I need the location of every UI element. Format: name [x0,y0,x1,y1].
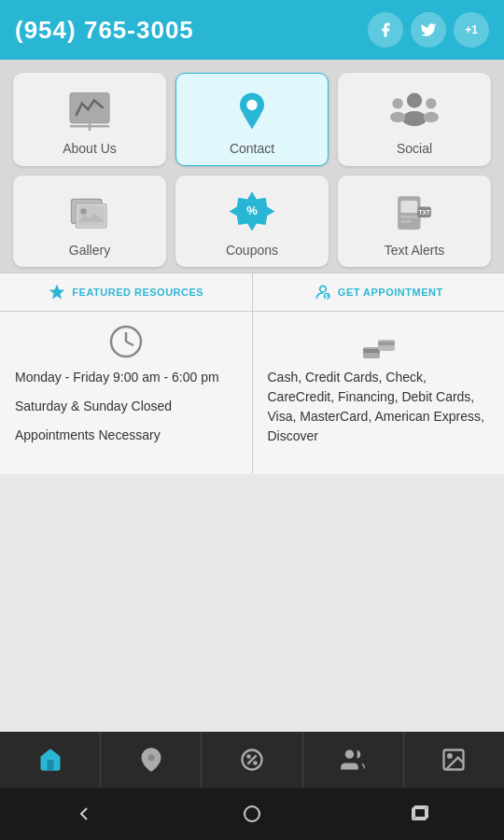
coupons-label: Coupons [226,243,278,258]
contact-card[interactable]: Contact [175,73,329,166]
svg-rect-21 [400,220,411,222]
text-alerts-icon: TXT [390,189,439,237]
svg-point-39 [254,762,256,763]
gallery-label: Gallery [69,243,110,258]
text-alerts-label: Text Alerts [385,243,445,258]
android-bar [0,788,504,840]
coupons-card[interactable]: % Coupons [175,175,329,267]
svg-line-30 [126,342,133,345]
coupons-nav-icon [239,747,265,773]
appointments-note: Appointments Necessary [15,426,237,445]
svg-point-6 [407,93,422,108]
svg-marker-5 [243,114,261,129]
hours-column: Monday - Friday 9:00 am - 6:00 pm Saturd… [0,312,252,474]
phone-number[interactable]: (954) 765-3005 [15,16,194,45]
weekday-hours: Monday - Friday 9:00 am - 6:00 pm [15,368,237,387]
svg-point-35 [147,754,154,761]
info-section: Monday - Friday 9:00 am - 6:00 pm Saturd… [0,312,504,474]
social-nav-icon [340,747,366,773]
payment-methods: Cash, Credit Cards, Check, CareCredit, F… [268,368,490,446]
get-appointment-tab[interactable]: $ GET APPOINTMENT [252,273,505,311]
coupon-icon: % [228,189,276,237]
svg-point-40 [345,750,354,759]
social-label: Social [397,141,432,156]
android-home-button[interactable] [233,795,271,833]
nav-location[interactable] [101,732,202,788]
svg-point-38 [247,755,249,757]
chart-icon [65,87,114,135]
svg-point-43 [245,806,259,821]
hours-text: Monday - Friday 9:00 am - 6:00 pm Saturd… [15,368,237,445]
svg-point-8 [392,98,402,108]
nav-home[interactable] [0,732,101,788]
featured-resources-tab[interactable]: FEATURED RESOURCES [0,273,252,311]
nav-social[interactable] [303,732,404,788]
svg-text:TXT: TXT [418,209,429,216]
icon-grid: About Us Contact Social [0,60,504,273]
clock-icon-container [15,323,237,360]
svg-point-9 [390,112,405,122]
svg-rect-20 [400,216,417,217]
clock-icon [107,323,145,360]
svg-marker-24 [49,285,65,300]
android-back-button[interactable] [65,795,103,833]
gplus-button[interactable]: +1 [454,12,489,48]
social-card[interactable]: Social [338,73,491,166]
about-us-card[interactable]: About Us [13,73,166,166]
contact-label: Contact [230,141,274,156]
svg-point-15 [80,208,87,215]
main-content: About Us Contact Social [0,60,504,732]
gallery-icon [65,189,114,237]
twitter-button[interactable] [411,12,446,48]
payments-text: Cash, Credit Cards, Check, CareCredit, F… [268,368,490,446]
svg-point-11 [424,112,439,122]
android-recent-button[interactable] [401,795,439,833]
svg-point-7 [402,111,427,126]
facebook-button[interactable] [368,12,403,48]
text-alerts-card[interactable]: TXT Text Alerts [338,175,491,267]
svg-point-4 [246,100,257,110]
weekend-hours: Saturday & Sunday Closed [15,397,237,416]
home-icon [37,747,63,773]
svg-rect-32 [363,349,380,353]
bottom-nav [0,732,504,788]
svg-point-10 [426,98,436,108]
gallery-nav-icon [441,747,467,773]
svg-rect-34 [378,342,395,345]
tabs-bar: FEATURED RESOURCES $ GET APPOINTMENT [0,273,504,312]
group-icon [390,87,439,135]
payment-icon-container [268,323,490,360]
gallery-card[interactable]: Gallery [13,175,166,267]
appointment-icon: $ [314,283,332,301]
about-us-label: About Us [63,141,117,156]
svg-rect-19 [400,201,417,213]
credit-card-icon [359,323,397,360]
svg-rect-14 [77,205,105,227]
svg-point-42 [449,754,453,758]
svg-text:%: % [246,203,258,217]
nav-gallery[interactable] [404,732,504,788]
pin-icon [228,87,276,135]
payments-column: Cash, Credit Cards, Check, CareCredit, F… [252,312,505,474]
star-icon [48,283,66,301]
social-icons: +1 [368,12,489,48]
svg-text:$: $ [325,293,329,301]
header: (954) 765-3005 +1 [0,0,504,60]
location-icon [138,747,164,773]
nav-coupons[interactable] [202,732,302,788]
svg-point-25 [319,286,326,292]
